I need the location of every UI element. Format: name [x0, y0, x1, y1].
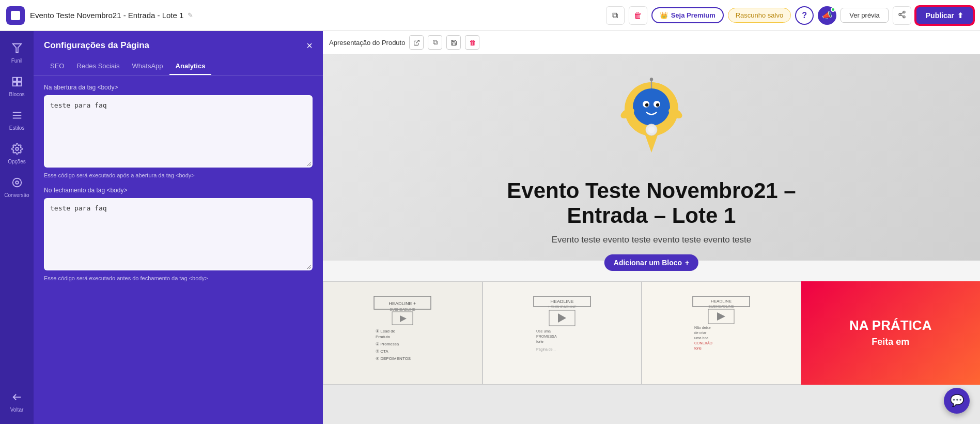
tab-analytics[interactable]: Analytics	[169, 58, 212, 75]
thumbnail-2: HEADLINE + SUBHEADLINE Use uma PROMESSA …	[483, 281, 642, 385]
svg-marker-35	[400, 315, 407, 322]
preview-label: Ver prévia	[849, 11, 880, 19]
preview-content: Evento Teste Novembro21 – Entrada – Lote…	[323, 54, 980, 385]
thumbnail-1: HEADLINE + SUBHEADLINE ① Lead do Produto…	[323, 281, 483, 385]
blocos-icon	[11, 76, 23, 90]
svg-line-17	[416, 40, 419, 43]
publish-icon: ⬆	[957, 11, 963, 20]
preview-delete-icon[interactable]: 🗑	[465, 35, 479, 50]
svg-marker-5	[12, 44, 21, 53]
announce-button[interactable]: 📣	[818, 6, 836, 25]
body-close-textarea[interactable]: teste para faq	[44, 198, 313, 270]
body-open-textarea[interactable]: teste para faq	[44, 95, 313, 168]
svg-text:SUBHEADLINE: SUBHEADLINE	[709, 305, 735, 308]
funil-label: Funil	[11, 58, 23, 64]
hero-title: Evento Teste Novembro21 – Entrada – Lote…	[471, 178, 832, 229]
rascunho-button[interactable]: Rascunho salvo	[728, 8, 791, 23]
svg-text:de criar: de criar	[694, 331, 707, 335]
preview-copy-icon[interactable]: ⧉	[428, 35, 442, 50]
blocos-label: Blocos	[9, 92, 24, 97]
app-logo	[6, 6, 25, 25]
svg-text:② Promessa: ② Promessa	[376, 342, 399, 346]
svg-point-28	[650, 78, 653, 81]
edit-title-icon[interactable]: ✎	[188, 11, 193, 19]
sidebar-item-funil[interactable]: Funil	[0, 36, 34, 70]
hero-section: Evento Teste Novembro21 – Entrada – Lote…	[323, 54, 980, 261]
premium-icon: 👑	[660, 11, 668, 19]
svg-text:Produto: Produto	[376, 335, 391, 339]
share-icon	[898, 10, 906, 21]
svg-text:CONEXÃO: CONEXÃO	[694, 341, 713, 345]
tab-seo[interactable]: SEO	[44, 58, 70, 75]
hero-subtitle: Evento teste evento teste evento teste e…	[552, 235, 752, 245]
preview-external-icon[interactable]	[409, 35, 424, 50]
sidebar-item-estilos[interactable]: Estilos	[0, 103, 34, 137]
settings-close-button[interactable]: ×	[306, 40, 313, 51]
svg-text:HEADLINE: HEADLINE	[711, 299, 732, 304]
thumbnails-row: HEADLINE + SUBHEADLINE ① Lead do Produto…	[323, 281, 980, 385]
svg-text:Não deixe: Não deixe	[694, 326, 711, 329]
svg-point-23	[645, 103, 648, 107]
funil-icon	[11, 42, 23, 56]
preview-button[interactable]: Ver prévia	[841, 8, 889, 23]
share-button[interactable]	[893, 6, 911, 25]
publish-button[interactable]: Publicar ⬆	[915, 6, 974, 25]
sidebar-icons: Funil Blocos Estilos	[0, 31, 34, 424]
topbar: Evento Teste Novembro21 - Entrada - Lote…	[0, 0, 980, 31]
svg-rect-6	[12, 78, 16, 81]
add-block-button[interactable]: Adicionar um Bloco +	[604, 254, 698, 271]
delete-button[interactable]: 🗑	[629, 6, 647, 25]
svg-point-20	[633, 88, 670, 126]
help-button[interactable]: ?	[795, 6, 814, 25]
body-open-label: Na abertura da tag <body>	[44, 84, 313, 91]
settings-tabs: SEO Redes Sociais WhatsApp Analytics	[34, 58, 323, 75]
svg-line-3	[900, 15, 903, 17]
svg-point-13	[15, 147, 19, 150]
svg-text:Página de...: Página de...	[536, 347, 555, 352]
sidebar-item-opcoes[interactable]: Opções	[0, 137, 34, 171]
premium-button[interactable]: 👑 Seja Premium	[651, 7, 724, 23]
sidebar-item-conversao[interactable]: Conversão	[0, 171, 34, 204]
preview-toolbar-title: Apresentação do Produto	[329, 39, 405, 47]
announce-icon: 📣	[822, 10, 832, 20]
svg-text:forte: forte	[694, 346, 702, 350]
svg-rect-8	[12, 82, 16, 86]
svg-text:HEADLINE: HEADLINE	[550, 299, 573, 304]
settings-panel: Configurações da Página × SEO Redes Soci…	[34, 31, 323, 424]
body-open-hint: Esse código será executado após a abertu…	[44, 172, 313, 178]
sidebar-item-back[interactable]: Voltar	[0, 385, 34, 419]
chat-bubble[interactable]: 💬	[944, 388, 970, 414]
svg-marker-54	[717, 312, 725, 321]
opcoes-label: Opções	[8, 159, 25, 164]
svg-marker-45	[558, 313, 566, 323]
sidebar-item-blocos[interactable]: Blocos	[0, 70, 34, 103]
svg-text:+ SUBHEADLINE: + SUBHEADLINE	[548, 305, 577, 309]
preview-save-icon[interactable]	[446, 35, 461, 50]
back-label: Voltar	[10, 407, 24, 413]
svg-point-2	[903, 16, 905, 18]
svg-text:③ CTA: ③ CTA	[376, 349, 388, 354]
svg-rect-9	[17, 82, 21, 86]
svg-point-1	[899, 13, 901, 16]
rascunho-label: Rascunho salvo	[736, 11, 784, 19]
copy-button[interactable]: ⧉	[606, 6, 625, 25]
svg-line-4	[900, 12, 903, 14]
preview-toolbar: Apresentação do Produto ⧉ 🗑	[323, 31, 980, 54]
svg-point-15	[15, 181, 19, 184]
svg-text:④ DEPOIMENTOS: ④ DEPOIMENTOS	[376, 356, 411, 361]
svg-text:Use uma: Use uma	[536, 329, 551, 333]
tab-whatsapp[interactable]: WhatsApp	[126, 58, 169, 75]
thumbnail-4: NA PRÁTICA Feita em	[801, 281, 981, 385]
back-icon	[11, 391, 23, 405]
main-layout: Funil Blocos Estilos	[0, 31, 980, 424]
svg-text:HEADLINE +: HEADLINE +	[389, 301, 416, 306]
page-title: Evento Teste Novembro21 - Entrada - Lote…	[30, 11, 601, 20]
logo-inner	[11, 11, 20, 20]
svg-text:SUBHEADLINE: SUBHEADLINE	[390, 308, 416, 311]
estilos-label: Estilos	[9, 125, 24, 131]
thumbnail-3: HEADLINE SUBHEADLINE Não deixe de criar …	[642, 281, 801, 385]
add-block-icon: +	[685, 259, 689, 267]
tab-redes-sociais[interactable]: Redes Sociais	[70, 58, 126, 75]
thumb1-content: HEADLINE + SUBHEADLINE ① Lead do Produto…	[367, 290, 438, 376]
announce-dot	[831, 7, 835, 12]
